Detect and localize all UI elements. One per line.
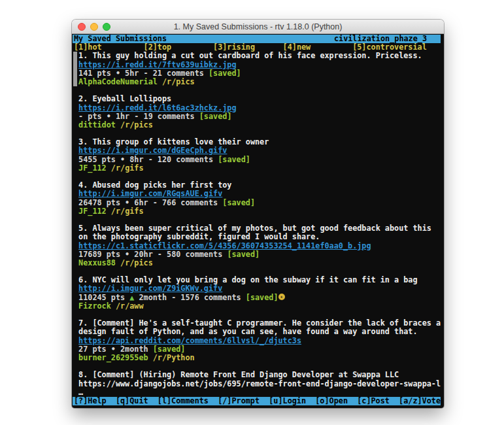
submission-item[interactable]: 3. This group of kittens love their owne…	[74, 138, 441, 173]
submission-author[interactable]: Fizrock	[78, 301, 111, 311]
gilded-icon: ★	[278, 294, 285, 300]
submission-list: 1. This guy holding a cut out cardboard …	[73, 52, 441, 397]
submission-subreddit[interactable]: /r/Python	[153, 353, 195, 362]
command-post[interactable]: [c]Post	[357, 397, 390, 405]
submission-url[interactable]: https://i.redd.it/7ftv639uibkz.jpg	[78, 60, 236, 69]
submission-url[interactable]: https://c1.staticflickr.com/5/4356/36074…	[78, 241, 371, 250]
submission-item[interactable]: 5. Always been super critical of my phot…	[74, 224, 441, 267]
window-titlebar[interactable]: 1. My Saved Submissions - rtv 1.18.0 (Py…	[72, 20, 444, 34]
command-comments[interactable]: [l]Comments	[158, 397, 209, 405]
stats-text: 26478 pts • 6hr - 766 comments	[78, 198, 222, 207]
submission-title: https://www.djangojobs.net/jobs/695/remo…	[78, 380, 441, 388]
submission-url[interactable]: http://i.imgur.com/Z9iGKWv.gifv	[78, 284, 222, 293]
submission-url[interactable]: https://i.redd.it/l6t6ac3zhckz.jpg	[78, 103, 236, 112]
command-help[interactable]: [?]Help	[74, 397, 107, 405]
submission-author[interactable]: JF_112	[78, 207, 107, 216]
submission-item[interactable]: 1. This guy holding a cut out cardboard …	[74, 52, 441, 86]
submission-subreddit[interactable]: /r/pics	[162, 77, 195, 86]
saved-badge: [saved]	[153, 345, 186, 354]
submission-author[interactable]: burner_262955eb	[78, 353, 148, 362]
submission-item[interactable]: 7. [Comment] He's a self-taught C progra…	[74, 319, 441, 362]
submission-author[interactable]: dittidot	[78, 120, 116, 129]
submission-subreddit[interactable]: /r/gifs	[111, 163, 144, 173]
stats-text: 27 pts • 2month	[78, 345, 153, 354]
close-window-icon[interactable]	[78, 23, 86, 31]
stats-text: 5455 pts • 8hr - 120 comments	[78, 155, 218, 164]
zoom-window-icon[interactable]	[103, 23, 110, 31]
saved-badge: [saved]	[199, 112, 232, 121]
command-vote[interactable]: [a/z]Vote	[399, 397, 441, 405]
submission-url[interactable]: https://i.imgur.com/dGEeCph.gifv	[78, 146, 227, 155]
saved-badge: [saved]	[222, 198, 255, 207]
command-quit[interactable]: [q]Quit	[116, 397, 148, 405]
submission-author[interactable]: JF_112	[78, 163, 107, 173]
window-title: 1. My Saved Submissions - rtv 1.18.0 (Py…	[174, 22, 343, 31]
stats-text: 110245 pts	[78, 293, 129, 302]
truncation-ellipsis: …	[78, 388, 441, 397]
submission-author[interactable]: AlphaCodeNumerial	[78, 77, 158, 86]
saved-badge: [saved]	[246, 293, 278, 302]
footer-bar: [?]Help [q]Quit [l]Comments [/]Prompt [u…	[73, 397, 441, 405]
stats-text: - pts • 1hr - 19 comments	[78, 112, 199, 121]
minimize-window-icon[interactable]	[90, 23, 98, 31]
submission-subreddit[interactable]: /r/gifs	[111, 207, 144, 216]
stats-text: 2month - 1576 comments	[134, 293, 245, 302]
saved-badge: [saved]	[218, 155, 250, 164]
stats-text: 17689 pts • 20hr - 580 comments	[78, 250, 227, 259]
submission-item[interactable]: 8. [Comment] (Hiring) Remote Front End D…	[74, 371, 441, 397]
submission-subreddit[interactable]: /r/pics	[120, 258, 153, 267]
saved-badge: [saved]	[227, 250, 260, 259]
submission-item[interactable]: 6. NYC will only let you bring a dog on …	[74, 276, 441, 311]
submission-subreddit[interactable]: /r/pics	[120, 120, 153, 129]
command-prompt[interactable]: [/]Prompt	[218, 397, 260, 405]
stats-text: 141 pts • 5hr - 21 comments	[78, 69, 209, 78]
submission-item[interactable]: 4. Abused dog picks her first toyhttp://…	[74, 181, 441, 216]
terminal-content: My Saved Submissions civilization_phaze_…	[72, 34, 444, 408]
submission-author[interactable]: Nexxus88	[78, 258, 116, 267]
saved-badge: [saved]	[209, 69, 241, 78]
submission-url[interactable]: http://i.imgur.com/RGqsAUE.gifv	[78, 189, 222, 198]
submission-url[interactable]: https://api.reddit.com/comments/6llvsl/_…	[78, 336, 301, 345]
submission-subreddit[interactable]: /r/aww	[116, 301, 144, 311]
submission-title: 8. [Comment] (Hiring) Remote Front End D…	[78, 371, 441, 379]
command-login[interactable]: [u]Login	[269, 397, 306, 405]
rtv-terminal-window: 1. My Saved Submissions - rtv 1.18.0 (Py…	[72, 20, 444, 408]
submission-item[interactable]: 2. Eyeball Lollipopshttps://i.redd.it/l6…	[74, 95, 441, 129]
command-open[interactable]: [o]Open	[315, 397, 348, 405]
